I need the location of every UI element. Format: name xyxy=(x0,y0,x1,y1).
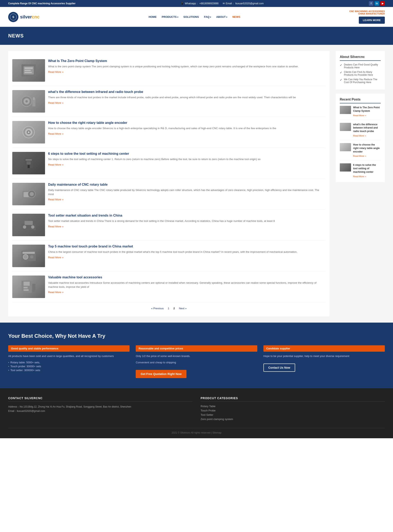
recent-thumb-4 xyxy=(340,163,351,172)
recent-posts-title: Recent Posts xyxy=(340,98,381,103)
recent-post-2: what's the difference between infrared a… xyxy=(340,123,381,140)
cta-grid: Good quality and stable performance: All… xyxy=(8,345,385,378)
cta-list: Rotary table: 5000+ sets, Touch probe: 3… xyxy=(8,360,130,372)
news-title-6: Tool setter market situation and trends … xyxy=(48,214,325,217)
about-text-1: Dealers Can Find Good Quality Products H… xyxy=(344,63,381,69)
news-thumb-1 xyxy=(12,59,45,82)
prev-page[interactable]: « Previous xyxy=(150,306,165,310)
svg-point-24 xyxy=(30,192,34,196)
svg-rect-5 xyxy=(25,70,31,71)
recent-title-2: what's the difference between infrared a… xyxy=(353,123,381,133)
whatsapp-number: +8818098920890 xyxy=(199,2,219,5)
recent-thumb-1 xyxy=(340,106,351,114)
footer-products-title: PRODCUT CATEGORIES xyxy=(201,396,385,402)
news-content-1: What Is The Zero Point Clamp System What… xyxy=(48,59,325,82)
recent-read-more-2[interactable]: Read More » xyxy=(353,134,366,137)
svg-rect-26 xyxy=(25,221,33,225)
linkedin-icon[interactable]: in xyxy=(375,1,379,6)
email-info: ✉ Email： liuxuan52020@gmail.com xyxy=(223,2,264,5)
learn-more-button[interactable]: LEARN MORE xyxy=(359,17,385,24)
nav-solutions[interactable]: SOLUTIONS xyxy=(183,15,199,18)
header-tagline: CNC MACHINING ACCESSORIESCHINA MANUFACTU… xyxy=(349,10,385,15)
read-more-3[interactable]: Read More » xyxy=(48,132,64,135)
recent-content-2: what's the difference between infrared a… xyxy=(353,123,381,137)
about-item-2: ✓ Clients Can Find As Many Products As P… xyxy=(340,71,381,76)
top-bar: Complete Range Of CNC machining Accessor… xyxy=(0,0,393,7)
recent-content-4: 6 steps to solve the tool setting of mac… xyxy=(353,163,381,178)
cta-section: Your Best Choice, Why Not Have A Try Goo… xyxy=(0,323,393,388)
recent-content-1: What Is The Zero Point Clamp System Read… xyxy=(353,106,381,117)
sidebar: About Silvercnc ✓ Dealers Can Find Good … xyxy=(336,51,385,316)
facebook-icon[interactable]: f xyxy=(369,1,373,6)
contact-us-button[interactable]: Contact Us Now xyxy=(263,364,295,372)
svg-point-15 xyxy=(28,131,29,133)
current-page[interactable]: 2 xyxy=(172,306,176,310)
whatsapp-label: Whatsapp： xyxy=(185,2,198,5)
logo-icon: S xyxy=(8,12,18,22)
news-item: Tool setter market situation and trends … xyxy=(12,210,325,241)
read-more-1[interactable]: Read More » xyxy=(48,70,64,74)
get-quotation-button[interactable]: Get Free Quotation Right Now xyxy=(136,370,187,378)
read-more-5[interactable]: Read More » xyxy=(48,198,64,201)
cta-col-3-header: Candidate supplier xyxy=(263,345,385,352)
recent-title-3: How to choose the right rotary table ang… xyxy=(353,143,381,153)
main-nav: HOME PRODUCTS SOLUTIONS FAQ ABOUT NEWS xyxy=(149,15,240,18)
footer-bottom: 2021 © Silvercnc All rights reserved | S… xyxy=(8,428,385,434)
read-more-8[interactable]: Read More » xyxy=(48,291,64,294)
footer-address: Address：No.133,Bldg.12, Zhong Hai Xi An … xyxy=(8,405,192,409)
footer-link-rotary[interactable]: Rotary Table xyxy=(201,405,385,408)
news-item: How to choose the right rotary table ang… xyxy=(12,117,325,148)
footer-link-tool[interactable]: Tool Setter xyxy=(201,413,385,416)
top-contact: 📱 Whatsapp： +8818098920890 ✉ Email： liux… xyxy=(181,2,264,5)
nav-news[interactable]: NEWS xyxy=(232,15,240,18)
recent-read-more-3[interactable]: Read More » xyxy=(353,155,366,157)
nav-about[interactable]: ABOUT xyxy=(216,15,227,18)
recent-read-more-4[interactable]: Read More » xyxy=(353,175,366,178)
news-excerpt-4: Six steps to solve the tool setting of m… xyxy=(48,157,325,161)
cta-col-1-text: All products have been sold and used in … xyxy=(8,354,130,358)
copyright-text: 2021 © Silvercnc All rights reserved | S… xyxy=(172,431,221,434)
read-more-6[interactable]: Read More » xyxy=(48,225,64,228)
news-thumb-7 xyxy=(12,245,45,267)
news-title-1: What Is The Zero Point Clamp System xyxy=(48,59,325,63)
footer-email: Email：liuxuan52020@gmail.com xyxy=(8,409,192,414)
footer-link-zero[interactable]: Zero point clamping system xyxy=(201,418,385,421)
logo[interactable]: S silvercnc xyxy=(8,12,39,22)
recent-thumb-3 xyxy=(340,143,351,151)
read-more-4[interactable]: Read More » xyxy=(48,163,64,166)
news-excerpt-7: China is the largest consumer of machine… xyxy=(48,250,325,254)
footer-link-touch[interactable]: Touch Probe xyxy=(201,409,385,412)
news-content-5: Daily maintenance of CNC rotary table Da… xyxy=(48,183,325,205)
news-thumb-2 xyxy=(12,90,45,113)
nav-faq[interactable]: FAQ xyxy=(204,15,211,18)
recent-read-more-1[interactable]: Read More » xyxy=(353,114,366,117)
svg-rect-30 xyxy=(23,252,35,254)
svg-rect-19 xyxy=(27,163,31,164)
page-1-link[interactable]: 1 xyxy=(167,306,171,310)
svg-rect-6 xyxy=(25,72,32,73)
footer-contact: CONTACT SILVERCNC Address：No.133,Bldg.12… xyxy=(8,396,192,422)
read-more-7[interactable]: Read More » xyxy=(48,256,64,259)
read-more-2[interactable]: Read More » xyxy=(48,101,64,104)
svg-point-28 xyxy=(31,225,34,229)
youtube-icon[interactable]: ▶ xyxy=(380,1,385,6)
top-tagline: Complete Range Of CNC machining Accessor… xyxy=(8,2,75,5)
svg-point-31 xyxy=(23,254,28,259)
news-excerpt-6: Tool setter market situation and trends … xyxy=(48,219,325,223)
cta-col-1: Good quality and stable performance: All… xyxy=(8,345,130,378)
news-excerpt-1: What is the zero point clamp system The … xyxy=(48,64,325,69)
recent-title-4: 6 steps to solve the tool setting of mac… xyxy=(353,163,381,174)
svg-point-27 xyxy=(23,225,26,229)
news-title-4: 6 steps to solve the tool setting of mac… xyxy=(48,152,325,156)
nav-home[interactable]: HOME xyxy=(149,15,157,18)
nav-products[interactable]: PRODUCTS xyxy=(162,15,178,18)
email-label: Email： xyxy=(226,2,234,5)
phone-icon: 📱 xyxy=(181,2,184,5)
cta-list-item-3: Tool setter: 300000+ sets xyxy=(8,368,130,372)
news-excerpt-2: There are three kinds of machine tool pr… xyxy=(48,95,325,99)
pagination: « Previous 1 2 Next » xyxy=(12,302,325,312)
cta-col-2: Reasonable and competitive prices Only 1… xyxy=(136,345,257,378)
news-title-5: Daily maintenance of CNC rotary table xyxy=(48,183,325,187)
next-page[interactable]: Next » xyxy=(178,306,188,310)
news-item: What Is The Zero Point Clamp System What… xyxy=(12,55,325,86)
